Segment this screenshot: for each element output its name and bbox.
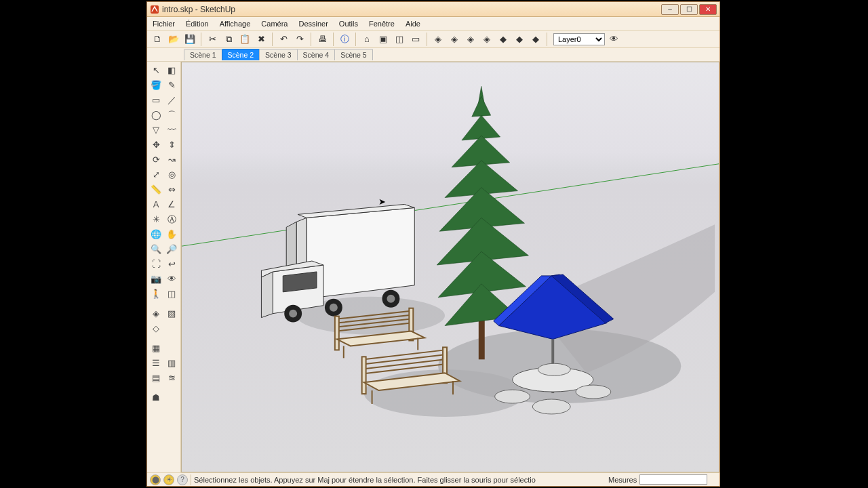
tool-palette: ↖◧🪣✎▭／◯⌒▽〰✥⇕⟳↝⤢◎📏⇔A∠✳Ⓐ🌐✋🔍🔎⛶↩📷👁🚶◫◈▨◇▦☰▥▤≋… xyxy=(147,62,181,472)
menu-fenêtre[interactable]: Fenêtre xyxy=(363,18,400,29)
walk-tool[interactable]: 🚶 xyxy=(149,287,163,301)
home-icon[interactable]: ⌂ xyxy=(359,32,374,47)
geo-location-icon[interactable]: ⬤ xyxy=(150,474,161,485)
dimension-tool[interactable]: ⇔ xyxy=(164,182,179,197)
separator xyxy=(201,33,201,46)
separator xyxy=(427,33,427,46)
layer-visibility-icon[interactable]: 👁 xyxy=(606,32,621,47)
delete-icon[interactable]: ✖ xyxy=(254,32,269,47)
redo-icon[interactable]: ↷ xyxy=(292,32,307,47)
copy-icon[interactable]: ⧉ xyxy=(221,32,236,47)
main-toolbar: 🗋 📂 💾 ✂ ⧉ 📋 ✖ ↶ ↷ 🖶 ⓘ ⌂ ▣ ◫ ▭ ◈ ◈ ◈ ◈ ◆ … xyxy=(147,30,719,48)
layer-dropdown[interactable]: Layer0 xyxy=(553,33,605,45)
pushpull-tool[interactable]: ⇕ xyxy=(164,138,179,152)
iso4-icon[interactable]: ◈ xyxy=(479,32,494,47)
previous-tool[interactable]: ↩ xyxy=(164,257,179,271)
layers-tool[interactable]: ☗ xyxy=(149,390,163,405)
menu-dessiner[interactable]: Dessiner xyxy=(293,18,333,29)
menu-affichage[interactable]: Affichage xyxy=(214,18,256,29)
separator xyxy=(311,33,311,46)
scene-tab-1[interactable]: Scène 1 xyxy=(184,49,222,60)
zoom-window-tool[interactable]: 🔎 xyxy=(164,242,179,256)
xray-tool[interactable]: ◇ xyxy=(149,321,163,336)
svg-rect-51 xyxy=(362,357,366,394)
rectangle-tool[interactable]: ▭ xyxy=(149,93,163,107)
menu-outils[interactable]: Outils xyxy=(334,18,363,29)
tape-tool[interactable]: 📏 xyxy=(149,182,163,197)
new-icon[interactable]: 🗋 xyxy=(150,32,165,47)
save-icon[interactable]: 💾 xyxy=(182,32,197,47)
maximize-button[interactable]: ☐ xyxy=(680,4,698,15)
3dtext-tool[interactable]: Ⓐ xyxy=(164,212,179,226)
shadows2-tool[interactable]: ▤ xyxy=(149,371,163,385)
shadows-tool[interactable]: ▥ xyxy=(164,356,179,370)
iso3-icon[interactable]: ◈ xyxy=(463,32,478,47)
svg-point-36 xyxy=(532,399,570,414)
close-button[interactable]: ✕ xyxy=(699,4,717,15)
page-icon[interactable]: ▭ xyxy=(408,32,423,47)
statusbar: ⬤ ☀ ? Sélectionnez les objets. Appuyez s… xyxy=(147,472,719,486)
iso6-icon[interactable]: ◆ xyxy=(512,32,527,47)
scale-tool[interactable]: ⤢ xyxy=(149,167,163,182)
menu-fichier[interactable]: Fichier xyxy=(147,18,180,29)
outliner-tool[interactable]: ☰ xyxy=(149,356,163,370)
measures-label: Mesures xyxy=(608,476,637,484)
scene-tab-5[interactable]: Scène 5 xyxy=(334,49,373,60)
paint-tool[interactable]: 🪣 xyxy=(149,78,163,92)
iso5-icon[interactable]: ◆ xyxy=(496,32,511,47)
fog-tool[interactable]: ≋ xyxy=(164,371,179,385)
model-info-icon[interactable]: ⓘ xyxy=(337,32,352,47)
gallery-icon[interactable]: ▣ xyxy=(376,32,391,47)
arc-tool[interactable]: ⌒ xyxy=(164,108,179,122)
section-tool[interactable]: ◫ xyxy=(164,287,179,301)
zoom-extents-tool[interactable]: ⛶ xyxy=(149,257,163,271)
separator xyxy=(333,33,334,46)
minimize-button[interactable]: – xyxy=(661,4,679,15)
help-icon[interactable]: ? xyxy=(177,474,188,485)
menu-édition[interactable]: Édition xyxy=(180,18,214,29)
svg-rect-42 xyxy=(335,317,339,350)
offset-tool[interactable]: ◎ xyxy=(164,167,179,182)
iso7-icon[interactable]: ◆ xyxy=(528,32,543,47)
scene-tab-4[interactable]: Scène 4 xyxy=(297,49,336,60)
face-style-tool[interactable]: ▨ xyxy=(164,306,179,321)
followme-tool[interactable]: ↝ xyxy=(164,152,179,167)
eraser-tool[interactable]: ◧ xyxy=(164,63,179,77)
svg-point-18 xyxy=(387,295,395,303)
measures-input[interactable] xyxy=(639,474,707,485)
zoom-tool[interactable]: 🔍 xyxy=(149,242,163,256)
iso2-icon[interactable]: ◈ xyxy=(447,32,462,47)
scene-render xyxy=(182,62,719,472)
scene-tab-3[interactable]: Scène 3 xyxy=(259,49,298,60)
polygon-tool[interactable]: ▽ xyxy=(149,123,163,137)
open-icon[interactable]: 📂 xyxy=(166,32,181,47)
window-view-icon[interactable]: ◫ xyxy=(392,32,407,47)
component-tool[interactable]: ▦ xyxy=(149,341,163,355)
scene-tab-2[interactable]: Scène 2 xyxy=(222,49,260,60)
svg-point-37 xyxy=(538,363,570,375)
circle-tool[interactable]: ◯ xyxy=(149,108,163,122)
freehand-tool[interactable]: 〰 xyxy=(164,123,179,137)
move-tool[interactable]: ✥ xyxy=(149,138,163,152)
axes-tool[interactable]: ✳ xyxy=(149,212,163,226)
iso1-icon[interactable]: ◈ xyxy=(431,32,446,47)
menu-caméra[interactable]: Caméra xyxy=(256,18,293,29)
credits-icon[interactable]: ☀ xyxy=(163,474,174,485)
rotate-tool[interactable]: ⟳ xyxy=(149,152,163,167)
menu-aide[interactable]: Aide xyxy=(400,18,426,29)
undo-icon[interactable]: ↶ xyxy=(276,32,291,47)
position-camera-tool[interactable]: 📷 xyxy=(149,272,163,286)
draw-tool[interactable]: ✎ xyxy=(164,78,179,92)
orbit-tool[interactable]: 🌐 xyxy=(149,227,163,241)
look-around-tool[interactable]: 👁 xyxy=(164,272,179,286)
viewport-3d[interactable]: ➤ xyxy=(181,62,719,472)
paste-icon[interactable]: 📋 xyxy=(237,32,252,47)
text-tool[interactable]: A xyxy=(149,197,163,211)
cut-icon[interactable]: ✂ xyxy=(205,32,220,47)
print-icon[interactable]: 🖶 xyxy=(315,32,330,47)
select-tool[interactable]: ↖ xyxy=(149,63,163,77)
line-tool[interactable]: ／ xyxy=(164,93,179,107)
protractor-tool[interactable]: ∠ xyxy=(164,197,179,211)
iso-view-tool[interactable]: ◈ xyxy=(149,306,163,321)
pan-tool[interactable]: ✋ xyxy=(164,227,179,241)
